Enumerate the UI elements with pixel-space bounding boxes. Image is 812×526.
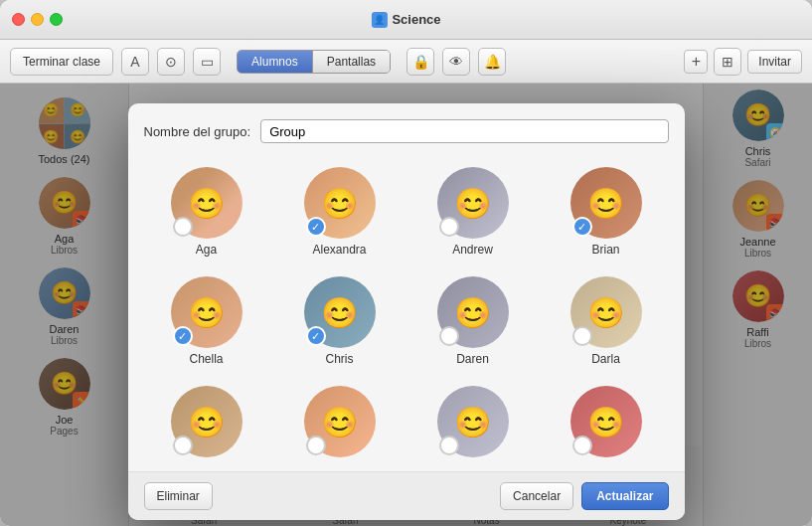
- maximize-button[interactable]: [50, 13, 63, 26]
- minimize-button[interactable]: [31, 13, 44, 26]
- group-name-input[interactable]: [260, 119, 668, 143]
- modal-overlay: Nombre del grupo: 😊 Aga: [0, 84, 812, 526]
- student-darla[interactable]: 😊 Darla: [544, 272, 669, 370]
- student-chris[interactable]: 😊 ✓ Chris: [277, 272, 403, 370]
- student-brian[interactable]: 😊 ✓ Brian: [544, 163, 669, 261]
- student-avatar-brian: 😊 ✓: [570, 167, 642, 239]
- group-name-label: Nombre del grupo:: [144, 124, 251, 139]
- student-avatar-alexandra: 😊 ✓: [304, 167, 376, 239]
- student-row3d[interactable]: 😊: [544, 382, 669, 461]
- student-avatar-chella: 😊 ✓: [171, 276, 243, 348]
- delete-button[interactable]: Eliminar: [144, 482, 213, 510]
- student-name-daren: Daren: [456, 352, 489, 366]
- check-row3b: [306, 436, 326, 455]
- modal-footer: Eliminar Cancelar Actualizar: [128, 471, 685, 520]
- student-avatar-row3d: 😊: [570, 386, 642, 457]
- check-darla: [572, 326, 592, 346]
- lock-icon-button[interactable]: 🔒: [406, 48, 434, 76]
- student-name-chella: Chella: [189, 352, 223, 366]
- check-aga: [173, 217, 193, 237]
- student-avatar-row3c: 😊: [437, 386, 509, 457]
- titlebar: 👤 Science: [0, 0, 812, 40]
- student-row3a[interactable]: 😊: [144, 382, 269, 461]
- eye-icon-button[interactable]: 👁: [442, 48, 470, 76]
- student-name-darla: Darla: [591, 352, 620, 366]
- student-name-andrew: Andrew: [452, 243, 493, 257]
- finish-class-button[interactable]: Terminar clase: [10, 48, 113, 76]
- check-alexandra: ✓: [306, 217, 326, 237]
- check-chella: ✓: [173, 326, 193, 346]
- check-daren: [439, 326, 459, 346]
- student-name-brian: Brian: [591, 243, 619, 257]
- cancel-button[interactable]: Cancelar: [500, 482, 573, 510]
- toolbar: Terminar clase A ⊙ ▭ Alumnos Pantallas 🔒…: [0, 40, 812, 84]
- app-window: 👤 Science Terminar clase A ⊙ ▭ Alumnos P…: [0, 0, 812, 526]
- toolbar-right: + ⊞ Invitar: [684, 48, 802, 76]
- mute-icon-button[interactable]: 🔔: [478, 48, 506, 76]
- student-avatar-row3a: 😊: [171, 386, 243, 457]
- student-alexandra[interactable]: 😊 ✓ Alexandra: [277, 163, 403, 261]
- screen-icon-button[interactable]: ▭: [193, 48, 221, 76]
- student-daren[interactable]: 😊 Daren: [410, 272, 536, 370]
- check-row3a: [173, 436, 193, 455]
- screen2-icon-button[interactable]: ⊞: [714, 48, 741, 76]
- student-name-aga: Aga: [196, 243, 217, 257]
- compass-icon-button[interactable]: ⊙: [157, 48, 185, 76]
- student-avatar-darla: 😊: [570, 276, 642, 348]
- student-avatar-daren: 😊: [437, 276, 509, 348]
- check-brian: ✓: [572, 217, 592, 237]
- tab-alumnos[interactable]: Alumnos: [238, 51, 312, 73]
- student-chella[interactable]: 😊 ✓ Chella: [144, 272, 269, 370]
- student-avatar-andrew: 😊: [437, 167, 509, 239]
- student-name-chris: Chris: [325, 352, 353, 366]
- student-row3b[interactable]: 😊: [277, 382, 403, 461]
- main-area: 😊 😊 😊 😊 Todos (24) 😊 📚 Aga: [0, 84, 812, 526]
- student-avatar-chris: 😊 ✓: [304, 276, 376, 348]
- check-andrew: [439, 217, 459, 237]
- add-button[interactable]: +: [684, 50, 708, 74]
- modal-header: Nombre del grupo:: [128, 103, 685, 153]
- student-andrew[interactable]: 😊 Andrew: [410, 163, 536, 261]
- student-grid: 😊 Aga 😊 ✓ Alexandra �: [128, 153, 685, 471]
- student-aga[interactable]: 😊 Aga: [144, 163, 269, 261]
- invite-button[interactable]: Invitar: [747, 50, 802, 74]
- check-row3c: [439, 436, 459, 455]
- tab-group: Alumnos Pantallas: [237, 50, 391, 74]
- traffic-lights: [0, 13, 63, 26]
- close-button[interactable]: [12, 13, 25, 26]
- window-title-area: 👤 Science: [371, 12, 440, 28]
- student-row3c[interactable]: 😊: [410, 382, 536, 461]
- title-icon: 👤: [371, 12, 387, 28]
- tab-pantallas[interactable]: Pantallas: [312, 51, 390, 73]
- check-row3d: [572, 436, 592, 455]
- student-name-alexandra: Alexandra: [312, 243, 366, 257]
- student-avatar-row3b: 😊: [304, 386, 376, 457]
- student-avatar-aga: 😊: [171, 167, 243, 239]
- check-chris: ✓: [306, 326, 326, 346]
- update-button[interactable]: Actualizar: [581, 482, 668, 510]
- text-icon-button[interactable]: A: [121, 48, 149, 76]
- window-title: Science: [392, 12, 440, 27]
- finish-class-label: Terminar clase: [23, 55, 100, 69]
- group-modal: Nombre del grupo: 😊 Aga: [128, 103, 685, 520]
